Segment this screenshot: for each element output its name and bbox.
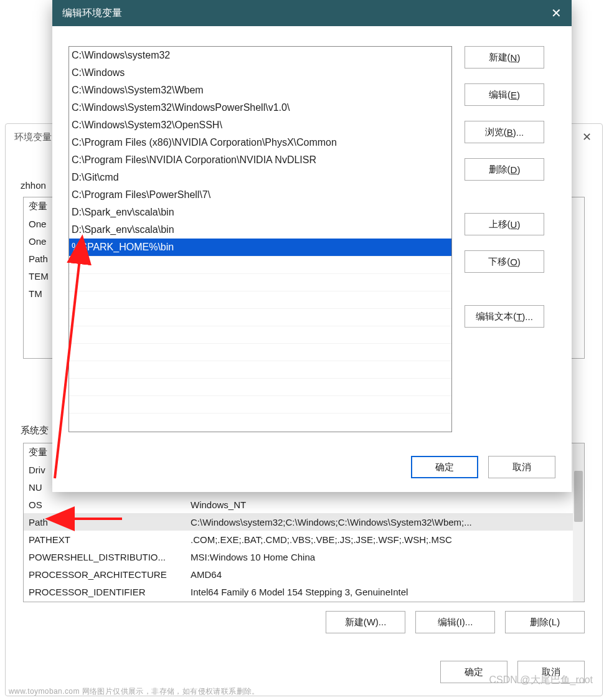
front-body: C:\Windows\system32C:\WindowsC:\Windows\…	[52, 26, 572, 492]
path-list[interactable]: C:\Windows\system32C:\WindowsC:\Windows\…	[68, 46, 452, 432]
close-icon: ✕	[551, 6, 562, 21]
scrollbar-thumb[interactable]	[574, 471, 583, 522]
table-row[interactable]: OSWindows_NT	[24, 496, 584, 513]
back-title: 环境变量	[13, 131, 52, 143]
side-buttons: 新建(N) 编辑(E) 浏览(B)... 删除(D) 上移(U) 下移(O) 编…	[465, 46, 544, 478]
list-item[interactable]: C:\Windows\System32\OpenSSH\	[69, 116, 451, 134]
list-item[interactable]: C:\Program Files (x86)\NVIDIA Corporatio…	[69, 134, 451, 151]
edit-text-button[interactable]: 编辑文本(T)...	[465, 305, 544, 328]
table-row[interactable]: PROCESSOR_ARCHITECTUREAMD64	[24, 565, 584, 583]
watermark-csdn: CSDN @大尾巴鱼_root	[489, 674, 593, 687]
front-titlebar: 编辑环境变量 ✕	[52, 0, 572, 26]
move-down-button[interactable]: 下移(O)	[465, 250, 544, 273]
table-row[interactable]: PROCESSOR_IDENTIFIERIntel64 Family 6 Mod…	[24, 583, 584, 600]
front-close-button[interactable]: ✕	[540, 0, 572, 26]
back-close-button[interactable]: ✕	[571, 124, 602, 150]
scrollbar[interactable]	[573, 443, 584, 602]
table-row[interactable]: POWERSHELL_DISTRIBUTIO...MSI:Windows 10 …	[24, 548, 584, 565]
ok-button[interactable]: 确定	[411, 456, 478, 478]
edit-button[interactable]: 编辑(E)	[465, 83, 544, 106]
list-item[interactable]: %SPARK_HOME%\bin	[69, 239, 451, 256]
list-item[interactable]: C:\Windows\system32	[69, 47, 451, 64]
browse-button[interactable]: 浏览(B)...	[465, 121, 544, 143]
list-item[interactable]: C:\Program Files\PowerShell\7\	[69, 186, 451, 204]
new-button[interactable]: 新建(N)	[465, 46, 544, 69]
list-item[interactable]: C:\Program Files\NVIDIA Corporation\NVID…	[69, 151, 451, 169]
edit-env-var-dialog: 编辑环境变量 ✕ C:\Windows\system32C:\WindowsC:…	[52, 0, 572, 492]
edit-button[interactable]: 编辑(I)...	[415, 611, 495, 633]
close-icon: ✕	[582, 130, 592, 144]
move-up-button[interactable]: 上移(U)	[465, 213, 544, 235]
cancel-button[interactable]: 取消	[488, 456, 555, 478]
list-item[interactable]: D:\Git\cmd	[69, 169, 451, 186]
table-row[interactable]: PathC:\Windows\system32;C:\Windows;C:\Wi…	[24, 513, 584, 531]
front-title: 编辑环境变量	[62, 7, 122, 20]
list-item[interactable]: C:\Windows\System32\Wbem	[69, 82, 451, 99]
list-item[interactable]: D:\Spark_env\scala\bin	[69, 221, 451, 239]
watermark-footer: www.toymoban.com 网络图片仅供展示，非存储，如有侵权请联系删除。	[9, 686, 260, 697]
list-item[interactable]: C:\Windows\System32\WindowsPowerShell\v1…	[69, 99, 451, 116]
delete-button[interactable]: 删除(D)	[465, 158, 544, 181]
list-item[interactable]: D:\Spark_env\scala\bin	[69, 204, 451, 221]
system-button-row: 新建(W)... 编辑(I)... 删除(L)	[23, 611, 585, 633]
delete-button[interactable]: 删除(L)	[505, 611, 585, 633]
table-row[interactable]: PATHEXT.COM;.EXE;.BAT;.CMD;.VBS;.VBE;.JS…	[24, 531, 584, 548]
list-item[interactable]: C:\Windows	[69, 64, 451, 82]
new-button[interactable]: 新建(W)...	[326, 611, 405, 633]
front-footer: 确定 取消	[52, 456, 555, 478]
